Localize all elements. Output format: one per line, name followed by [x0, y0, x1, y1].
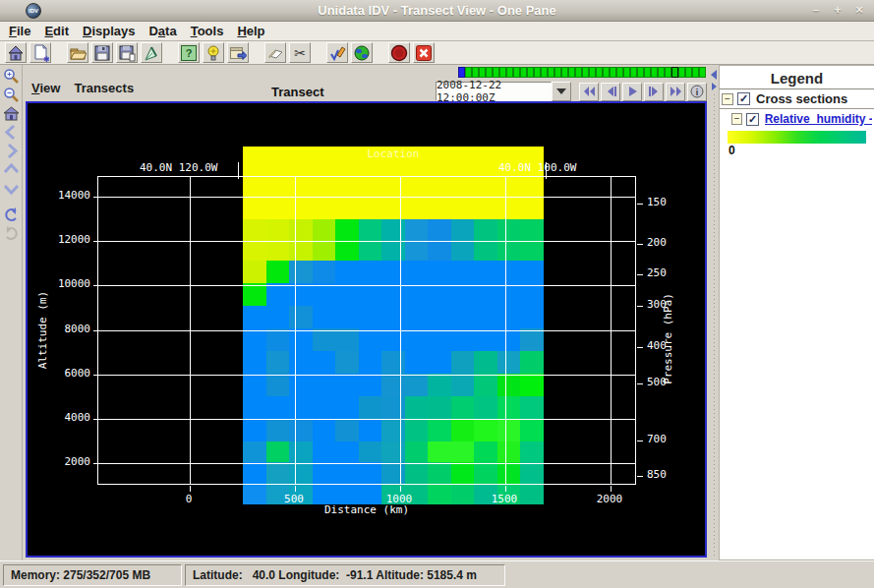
cross-sections-checkbox[interactable]: ✓	[737, 92, 750, 105]
show-window-button[interactable]	[227, 42, 249, 63]
time-dropdown-button[interactable]	[552, 82, 571, 101]
time-value[interactable]: 2008-12-22 12:00:00Z	[436, 82, 552, 101]
time-step-box[interactable]	[651, 67, 658, 78]
legend-panel: Legend − ✓ Cross sections − ✓ Relative_h…	[719, 65, 874, 560]
time-step-box[interactable]	[692, 67, 699, 78]
menubar: FileEditDisplaysDataToolsHelp	[0, 22, 874, 41]
menu-help[interactable]: Help	[234, 23, 275, 39]
time-step-box[interactable]	[561, 67, 568, 78]
collapse-button[interactable]: −	[731, 113, 742, 125]
time-step-box[interactable]	[575, 67, 582, 78]
zoom-out-button[interactable]	[2, 87, 21, 104]
pan-up-button[interactable]	[2, 161, 21, 179]
time-step-box[interactable]	[548, 67, 554, 78]
minimize-button[interactable]: –	[809, 2, 823, 18]
collapse-button[interactable]: −	[722, 93, 733, 105]
time-step-box[interactable]	[479, 67, 486, 78]
show-dashboard-button[interactable]	[5, 42, 27, 63]
publish-button[interactable]	[141, 42, 162, 63]
time-step-box[interactable]	[685, 67, 692, 78]
toolbar-separator	[54, 52, 67, 53]
show-support-button[interactable]	[351, 42, 373, 63]
user-preferences-button[interactable]	[326, 42, 348, 63]
step-forward-button[interactable]	[644, 83, 664, 101]
menu-data[interactable]: Data	[146, 23, 187, 39]
pressure-tick	[637, 476, 643, 477]
step-back-button[interactable]	[601, 83, 620, 101]
time-animation-boxes[interactable]	[458, 67, 706, 79]
time-step-box[interactable]	[465, 67, 472, 78]
time-step-box[interactable]	[534, 67, 541, 78]
time-step-box[interactable]	[506, 67, 513, 78]
pan-down-button[interactable]	[2, 180, 21, 198]
remove-displays-button[interactable]	[264, 42, 286, 63]
time-step-box[interactable]	[637, 67, 644, 78]
time-step-box[interactable]	[493, 67, 499, 78]
time-step-box[interactable]	[699, 67, 706, 78]
menu-transects[interactable]: Transects	[71, 80, 145, 96]
time-step-box[interactable]	[658, 67, 665, 78]
rewind-button[interactable]	[579, 83, 599, 101]
view-menubar: ViewTransects	[29, 80, 145, 96]
data-choosers-button[interactable]: ?	[178, 42, 200, 63]
heatmap-cell	[335, 485, 359, 504]
time-properties-button[interactable]: i	[687, 83, 707, 101]
time-step-box[interactable]	[630, 67, 637, 78]
time-step-box[interactable]	[513, 67, 520, 78]
relative-humidity-link[interactable]: Relative_humidity -_	[765, 112, 872, 126]
pressure-axis-title: Pressure (hPa)	[662, 192, 674, 487]
redo-button[interactable]	[2, 225, 21, 243]
collapse-right-icon[interactable]	[712, 83, 717, 90]
time-step-box[interactable]	[472, 67, 479, 78]
close-button[interactable]: ×	[852, 2, 866, 18]
menu-tools[interactable]: Tools	[188, 23, 235, 39]
time-step-box[interactable]	[644, 67, 651, 78]
new-display-button[interactable]	[203, 42, 224, 63]
time-step-box[interactable]	[499, 67, 506, 78]
zoom-in-button[interactable]	[2, 68, 21, 86]
time-step-box[interactable]	[554, 67, 561, 78]
menu-view[interactable]: View	[29, 80, 71, 96]
time-step-box[interactable]	[671, 67, 678, 78]
time-step-box[interactable]	[582, 67, 589, 78]
titlebar[interactable]: IDV Unidata IDV - Transect View - One Pa…	[0, 0, 874, 22]
new-display-window-button[interactable]: ✱	[29, 42, 51, 63]
collapse-left-icon[interactable]	[711, 70, 717, 80]
open-bundle-button[interactable]	[67, 42, 88, 63]
time-step-box[interactable]	[568, 67, 575, 78]
grid-hline	[98, 463, 635, 464]
time-step-box[interactable]	[616, 67, 623, 78]
pan-left-button[interactable]	[2, 124, 21, 142]
svg-text:✂: ✂	[294, 45, 306, 61]
time-step-box[interactable]	[458, 67, 465, 78]
menu-file[interactable]: File	[6, 23, 41, 39]
pan-right-button[interactable]	[2, 143, 21, 160]
menu-edit[interactable]: Edit	[41, 23, 80, 39]
panel-divider[interactable]	[710, 65, 719, 560]
relative-humidity-checkbox[interactable]: ✓	[746, 113, 758, 126]
time-step-box[interactable]	[623, 67, 630, 78]
transect-display-area[interactable]: 1400012000100008000600040002000150200250…	[26, 101, 707, 558]
menu-displays[interactable]: Displays	[80, 23, 146, 39]
cancel-loads-button[interactable]	[388, 42, 410, 63]
humidity-colorbar[interactable]	[728, 131, 866, 144]
time-step-box[interactable]	[589, 67, 596, 78]
play-button[interactable]	[622, 83, 642, 101]
maximize-button[interactable]: +	[831, 2, 845, 18]
time-step-box[interactable]	[520, 67, 527, 78]
home-view-button[interactable]	[2, 105, 21, 123]
time-step-box[interactable]	[665, 67, 671, 78]
time-step-box[interactable]	[603, 67, 610, 78]
time-step-box[interactable]	[541, 67, 548, 78]
undo-button[interactable]	[2, 206, 21, 224]
exit-button[interactable]	[413, 42, 435, 63]
save-bundle-as-button[interactable]	[116, 42, 138, 63]
fast-forward-button[interactable]	[666, 83, 685, 101]
time-step-box[interactable]	[486, 67, 493, 78]
time-step-box[interactable]	[610, 67, 616, 78]
time-step-box[interactable]	[527, 67, 534, 78]
time-step-box[interactable]	[596, 67, 603, 78]
time-step-box[interactable]	[678, 67, 685, 78]
cut-button[interactable]: ✂	[289, 42, 311, 63]
save-bundle-button[interactable]	[91, 42, 113, 63]
